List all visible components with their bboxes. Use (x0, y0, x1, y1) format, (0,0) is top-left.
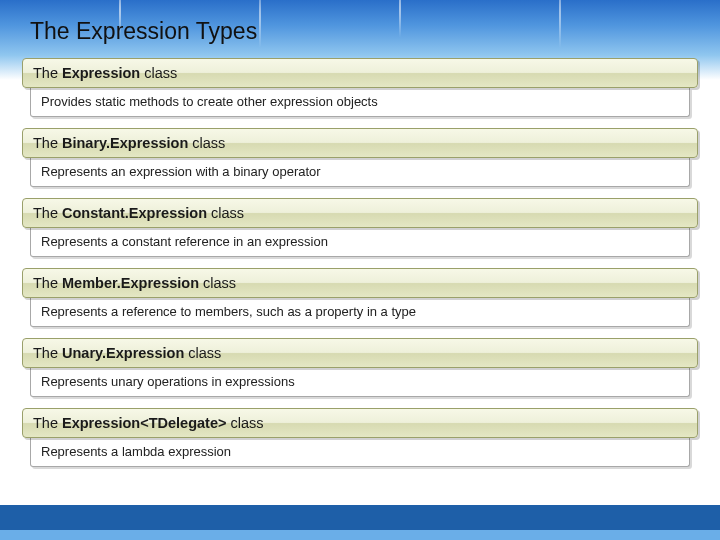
expression-type-group: The Unary.Expression class Represents un… (22, 338, 698, 397)
header-bold: Member.Expression (62, 275, 199, 291)
header-post: class (184, 345, 221, 361)
expression-type-group: The Binary.Expression class Represents a… (22, 128, 698, 187)
header-bold: Binary.Expression (62, 135, 188, 151)
header-post: class (199, 275, 236, 291)
header-post: class (207, 205, 244, 221)
header-bold: Constant.Expression (62, 205, 207, 221)
header-post: class (188, 135, 225, 151)
group-description: Represents a reference to members, such … (30, 298, 690, 327)
group-header: The Expression<TDelegate> class (22, 408, 698, 438)
group-header: The Unary.Expression class (22, 338, 698, 368)
group-description: Represents an expression with a binary o… (30, 158, 690, 187)
group-description: Represents a constant reference in an ex… (30, 228, 690, 257)
header-bold: Expression<TDelegate> (62, 415, 226, 431)
content-area: The Expression class Provides static met… (22, 58, 698, 478)
header-bold: Unary.Expression (62, 345, 184, 361)
header-post: class (226, 415, 263, 431)
header-pre: The (33, 275, 62, 291)
group-header: The Expression class (22, 58, 698, 88)
expression-type-group: The Constant.Expression class Represents… (22, 198, 698, 257)
slide-title: The Expression Types (30, 18, 257, 45)
group-header: The Binary.Expression class (22, 128, 698, 158)
header-post: class (140, 65, 177, 81)
header-pre: The (33, 205, 62, 221)
expression-type-group: The Member.Expression class Represents a… (22, 268, 698, 327)
group-header: The Constant.Expression class (22, 198, 698, 228)
expression-type-group: The Expression class Provides static met… (22, 58, 698, 117)
expression-type-group: The Expression<TDelegate> class Represen… (22, 408, 698, 467)
header-pre: The (33, 65, 62, 81)
group-description: Represents unary operations in expressio… (30, 368, 690, 397)
header-bold: Expression (62, 65, 140, 81)
group-description: Provides static methods to create other … (30, 88, 690, 117)
header-pre: The (33, 345, 62, 361)
group-header: The Member.Expression class (22, 268, 698, 298)
header-pre: The (33, 135, 62, 151)
group-description: Represents a lambda expression (30, 438, 690, 467)
header-pre: The (33, 415, 62, 431)
